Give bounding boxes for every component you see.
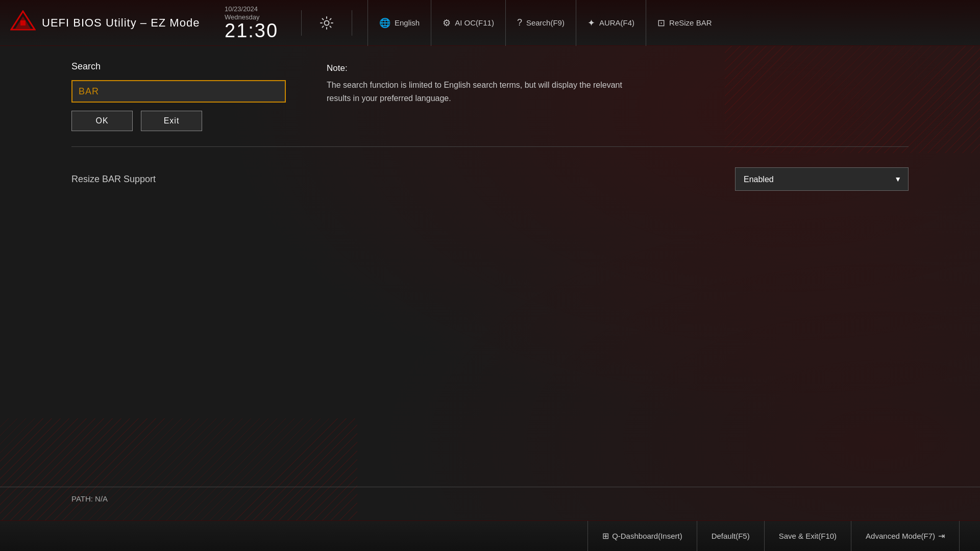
language-label: English [395,18,420,27]
exit-button[interactable]: Exit [141,111,202,131]
svg-rect-2 [20,20,26,26]
resize-bar-icon: ⊡ [657,17,665,29]
header-separator-1 [301,10,302,36]
search-panel: Search OK Exit Note: The search function… [71,61,909,131]
default-label: Default(F5) [712,532,750,540]
q-dashboard-button[interactable]: ⊞ Q-Dashboard(Insert) [587,521,697,551]
nav-language[interactable]: 🌐 English [368,0,431,46]
logo-area: UEFI BIOS Utility – EZ Mode [10,10,204,36]
aura-label: AURA(F4) [599,18,634,27]
q-dashboard-label: Q-Dashboard(Insert) [612,532,682,540]
search-nav-icon: ? [517,17,522,28]
search-left-panel: Search OK Exit [71,61,286,131]
save-exit-button[interactable]: Save & Exit(F10) [764,521,851,551]
search-input[interactable] [71,80,286,103]
ai-oc-icon: ⚙ [443,17,451,29]
note-area: Note: The search function is limited to … [327,61,909,105]
app-title: UEFI BIOS Utility – EZ Mode [42,16,200,30]
note-title: Note: [327,63,909,73]
datetime-area: 10/23/2024 Wednesday 21:30 [225,5,286,40]
search-input-container [71,80,286,103]
nav-resize-bar[interactable]: ⊡ ReSize BAR [646,0,723,46]
globe-icon: 🌐 [379,17,390,29]
result-label: Resize BAR Support [71,174,156,185]
nav-ai-oc[interactable]: ⚙ AI OC(F11) [431,0,505,46]
svg-point-3 [325,20,329,25]
content-divider [71,146,909,147]
ai-oc-label: AI OC(F11) [455,18,494,27]
gear-icon [320,16,334,30]
resize-bar-label: ReSize BAR [669,18,712,27]
time-display: 21:30 [225,21,278,40]
q-dashboard-icon: ⊞ [602,531,609,541]
search-buttons: OK Exit [71,111,286,131]
bottom-bar: ⊞ Q-Dashboard(Insert) Default(F5) Save &… [0,520,980,551]
header-bar: UEFI BIOS Utility – EZ Mode 10/23/2024 W… [0,0,980,46]
search-nav-label: Search(F9) [526,18,565,27]
nav-aura[interactable]: ✦ AURA(F4) [576,0,646,46]
result-row: Resize BAR Support Enabled Disabled ▼ [71,157,909,201]
advanced-mode-button[interactable]: Advanced Mode(F7) ⇥ [851,521,960,551]
path-label: PATH: N/A [71,494,108,503]
nav-search[interactable]: ? Search(F9) [505,0,576,46]
header-nav: 🌐 English ⚙ AI OC(F11) ? Search(F9) ✦ AU… [368,0,970,46]
date-display: 10/23/2024 Wednesday [225,5,259,21]
rog-logo-icon [10,10,36,36]
ok-button[interactable]: OK [71,111,133,131]
main-content: Search OK Exit Note: The search function… [0,46,980,216]
dropdown-container: Enabled Disabled ▼ [735,167,909,191]
footer-path: PATH: N/A [0,487,980,510]
header-separator-2 [352,10,352,36]
aura-icon: ✦ [587,17,595,29]
default-button[interactable]: Default(F5) [697,521,764,551]
search-heading: Search [71,61,286,72]
settings-icon-button[interactable] [317,13,336,33]
advanced-mode-label: Advanced Mode(F7) [866,532,935,540]
save-exit-label: Save & Exit(F10) [779,532,837,540]
note-text: The search function is limited to Englis… [327,79,643,105]
resize-bar-dropdown[interactable]: Enabled Disabled [735,167,909,191]
advanced-mode-icon: ⇥ [938,531,945,541]
